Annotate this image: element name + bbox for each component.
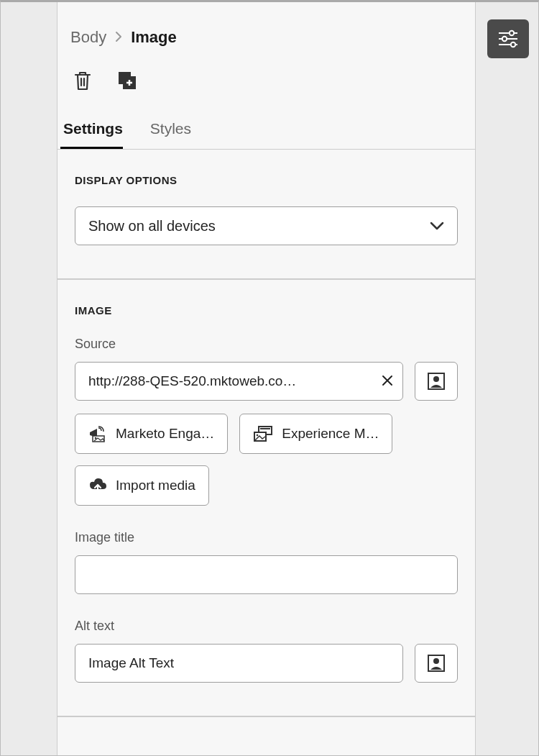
screens-icon [253,425,273,442]
trash-icon [73,70,92,91]
duplicate-icon [116,70,138,91]
display-options-select[interactable]: Show on all devices [75,206,458,245]
person-frame-icon [427,372,446,391]
experience-manager-button[interactable]: Experience M… [239,414,392,454]
svg-point-10 [257,434,259,437]
import-media-button[interactable]: Import media [75,465,209,506]
svg-point-12 [433,658,439,664]
display-options-section: DISPLAY OPTIONS Show on all devices [57,150,475,279]
delete-button[interactable] [70,68,95,93]
tab-styles[interactable]: Styles [147,120,191,149]
svg-point-4 [433,376,439,382]
megaphone-image-icon [88,425,107,442]
cloud-upload-icon [88,477,107,494]
close-icon [382,375,393,386]
breadcrumb-current: Image [131,28,177,47]
import-media-label: Import media [116,478,195,493]
breadcrumb: Body Image [57,2,475,47]
duplicate-button[interactable] [115,68,139,93]
panel-toggle-button[interactable] [487,19,529,58]
tab-settings[interactable]: Settings [60,120,123,149]
tabs: Settings Styles [57,93,475,150]
personalization-alt-button[interactable] [415,644,458,683]
source-label: Source [75,337,458,352]
image-section-label: IMAGE [75,304,458,316]
properties-panel: Body Image Settings [57,2,476,755]
image-title-label: Image title [75,530,458,545]
experience-manager-label: Experience M… [282,426,379,442]
svg-point-14 [510,31,514,35]
sliders-icon [497,29,519,48]
breadcrumb-parent[interactable]: Body [70,28,106,47]
personalization-source-button[interactable] [415,362,458,401]
chevron-right-icon [115,29,122,46]
alt-text-input[interactable] [75,644,403,683]
image-title-input[interactable] [75,555,458,594]
next-section-preview [57,716,475,735]
chevron-down-icon [430,222,444,230]
svg-point-16 [502,37,507,41]
display-options-label: DISPLAY OPTIONS [75,174,458,186]
marketo-assets-label: Marketo Enga… [116,426,214,442]
svg-point-18 [511,42,515,47]
clear-source-button[interactable] [382,372,393,391]
person-frame-icon [427,654,446,673]
alt-text-label: Alt text [75,619,458,634]
image-section: IMAGE Source [57,279,475,716]
display-options-value: Show on all devices [88,218,216,234]
marketo-assets-button[interactable]: Marketo Enga… [75,414,228,454]
svg-rect-8 [260,428,270,429]
source-input[interactable] [75,362,403,401]
